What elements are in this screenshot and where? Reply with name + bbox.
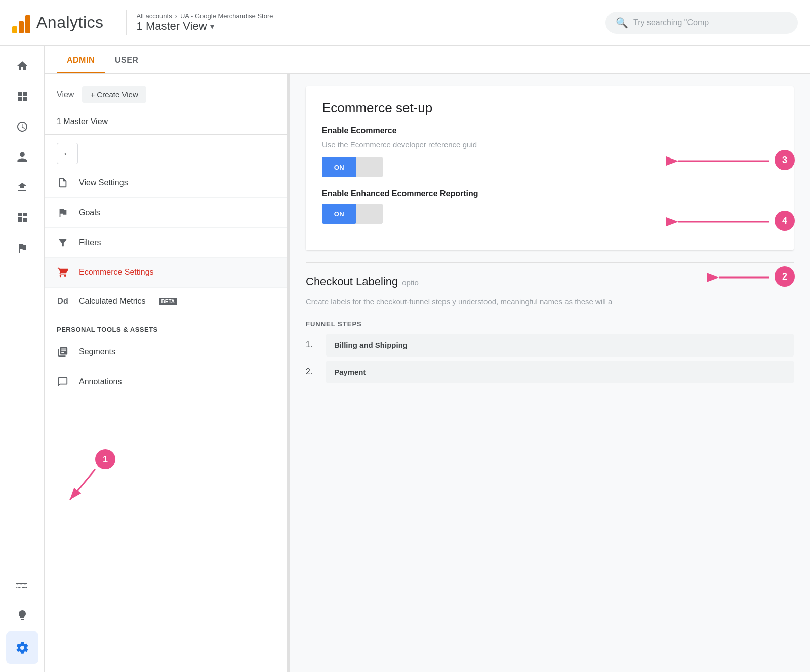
funnel-step-num-1: 1. <box>306 340 318 349</box>
sidebar-item-admin[interactable] <box>6 631 38 664</box>
checkout-labeling-title: Checkout Labeling <box>306 275 398 288</box>
logo-bar-small <box>12 26 17 33</box>
step-badge-4: 4 <box>775 211 795 231</box>
menu-item-label-view-settings: View Settings <box>79 178 128 187</box>
header-divider <box>126 10 127 35</box>
step-badge-3: 3 <box>775 150 795 170</box>
menu-items: View Settings Goals Filters <box>45 168 287 315</box>
home-icon <box>16 60 28 72</box>
sidebar-item-reports[interactable] <box>6 82 38 110</box>
annotation-2-container: 2 <box>775 266 795 287</box>
page-icon <box>57 177 69 188</box>
sidebar <box>0 46 45 672</box>
menu-item-label-segments: Segments <box>79 347 115 357</box>
personal-tools-section-label: PERSONAL TOOLS & ASSETS <box>45 315 287 337</box>
funnel-step-input-2[interactable]: Payment <box>326 361 794 383</box>
funnel-step-input-1[interactable]: Billing and Shipping <box>326 334 794 357</box>
sidebar-item-clock[interactable] <box>6 112 38 141</box>
sidebar-item-acquisition[interactable] <box>6 173 38 202</box>
menu-item-annotations[interactable]: Annotations <box>45 367 287 397</box>
tab-user[interactable]: USER <box>105 49 148 73</box>
annotation-4-container: 4 <box>775 211 795 231</box>
ecommerce-panel: Ecommerce set-up Enable Ecommerce Use th… <box>290 74 810 672</box>
sidebar-item-customization[interactable] <box>6 571 38 599</box>
arrow-2 <box>714 271 775 284</box>
breadcrumb: All accounts › UA - Google Merchandise S… <box>137 12 273 20</box>
cart-icon <box>57 267 69 278</box>
menu-item-view-settings[interactable]: View Settings <box>45 168 287 198</box>
ecommerce-card-title: Ecommerce set-up <box>322 100 778 116</box>
logo-bar-large <box>25 15 30 33</box>
menu-item-goals[interactable]: Goals <box>45 198 287 228</box>
sidebar-item-audience[interactable] <box>6 143 38 171</box>
menu-item-calculated-metrics[interactable]: Dd Calculated Metrics BETA <box>45 288 287 315</box>
menu-item-ecommerce-settings[interactable]: Ecommerce Settings <box>45 258 287 288</box>
funnel-step-2: 2. Payment <box>306 361 794 383</box>
dd-icon: Dd <box>57 297 69 306</box>
checkout-option-text: optio <box>402 278 419 287</box>
sidebar-item-conversions[interactable] <box>6 234 38 262</box>
menu-item-label-calculated-metrics: Calculated Metrics <box>79 297 146 306</box>
content-area: ADMIN USER View + Create View 1 Master V… <box>45 46 810 672</box>
menu-item-label-ecommerce-settings: Ecommerce Settings <box>79 268 154 277</box>
sidebar-item-home[interactable] <box>6 52 38 80</box>
view-name: 1 Master View <box>137 20 207 33</box>
view-header: View + Create View <box>45 86 287 113</box>
enable-ecommerce-title: Enable Ecommerce <box>322 126 778 135</box>
sidebar-item-bulb[interactable] <box>6 601 38 629</box>
view-label: View <box>57 90 74 99</box>
logo-bar-medium <box>19 21 24 33</box>
step-badge-2: 2 <box>775 266 795 287</box>
beta-badge: BETA <box>159 298 177 305</box>
toggle-off-state-2 <box>356 204 383 224</box>
search-icon: 🔍 <box>616 17 628 29</box>
arrow-3 <box>673 155 775 167</box>
checkout-labeling-desc: Create labels for the checkout-funnel st… <box>306 296 794 308</box>
toggle-on-label-2: ON <box>334 210 345 218</box>
funnel-step-1: 1. Billing and Shipping <box>306 334 794 357</box>
toggle-on-state: ON <box>322 157 356 177</box>
breadcrumb-separator: › <box>175 12 177 20</box>
view-selector[interactable]: 1 Master View ▾ <box>137 20 273 33</box>
grid-icon <box>16 90 28 102</box>
back-btn-container: ← <box>45 135 287 164</box>
main-layout: ADMIN USER View + Create View 1 Master V… <box>0 46 810 672</box>
enable-enhanced-title: Enable Enhanced Ecommerce Reporting <box>322 189 778 199</box>
view-panel: View + Create View 1 Master View ← View … <box>45 74 288 672</box>
menu-item-label-goals: Goals <box>79 208 100 217</box>
clock-icon <box>16 121 28 133</box>
annotations-icon <box>57 376 69 387</box>
back-button[interactable]: ← <box>57 143 78 164</box>
gear-icon <box>15 641 29 655</box>
menu-item-segments[interactable]: Segments <box>45 337 287 367</box>
funnel-steps-label: FUNNEL STEPS <box>306 320 794 328</box>
menu-item-filters[interactable]: Filters <box>45 228 287 258</box>
chevron-down-icon: ▾ <box>210 22 214 31</box>
ecommerce-toggle-1[interactable]: ON <box>322 157 383 177</box>
person-icon <box>16 151 28 163</box>
bulb-icon <box>16 609 28 621</box>
sidebar-item-behavior[interactable] <box>6 204 38 232</box>
admin-content: View + Create View 1 Master View ← View … <box>45 74 810 672</box>
breadcrumb-part2: UA - Google Merchandise Store <box>180 12 273 20</box>
app-logo: Analytics <box>12 12 104 33</box>
toggle-on-label: ON <box>334 164 345 171</box>
create-view-button[interactable]: + Create View <box>82 86 146 103</box>
search-bar[interactable]: 🔍 Try searching "Comp <box>605 12 798 34</box>
menu-item-label-filters: Filters <box>79 238 101 247</box>
ecommerce-toggle-2[interactable]: ON <box>322 204 383 224</box>
menu-item-label-annotations: Annotations <box>79 377 122 386</box>
goals-flag-icon <box>57 207 69 218</box>
annotation-3-container: 3 <box>775 150 795 170</box>
analytics-logo-icon <box>12 12 30 33</box>
breadcrumb-part1: All accounts <box>137 12 172 20</box>
enable-ecommerce-desc: Use the Ecommerce developer reference gu… <box>322 140 778 149</box>
filter-icon <box>57 237 69 248</box>
app-title: Analytics <box>36 13 104 32</box>
app-header: Analytics All accounts › UA - Google Mer… <box>0 0 810 46</box>
tab-admin[interactable]: ADMIN <box>57 49 105 73</box>
flag-icon <box>16 242 28 254</box>
view-name-display: 1 Master View <box>45 113 287 135</box>
toggle-off-state <box>356 157 383 177</box>
segments-icon <box>57 346 69 358</box>
